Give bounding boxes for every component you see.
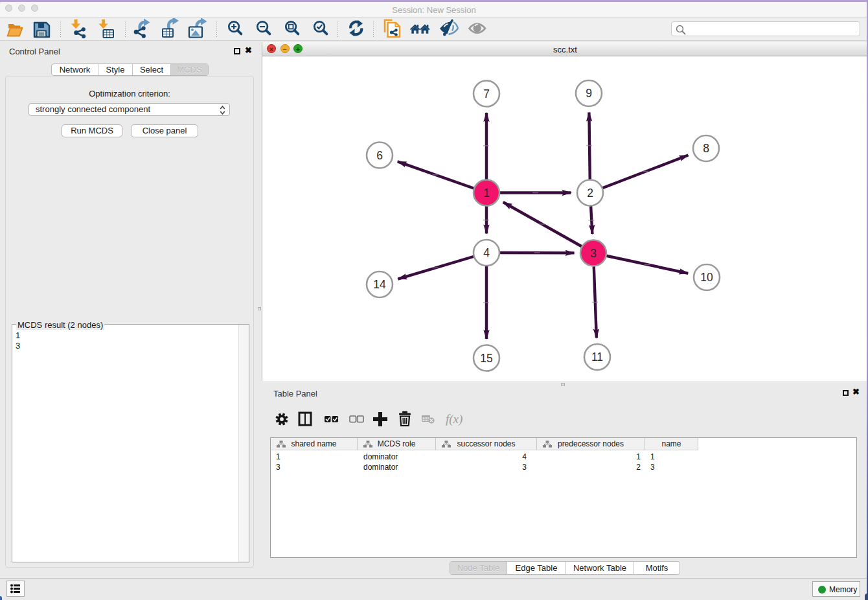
svg-text:14: 14: [373, 278, 386, 291]
svg-text:8: 8: [703, 142, 709, 155]
svg-text:1: 1: [483, 187, 490, 200]
svg-text:6: 6: [376, 149, 383, 162]
svg-text:3: 3: [590, 247, 597, 260]
svg-text:2: 2: [587, 187, 593, 200]
svg-text:f(x): f(x): [446, 412, 463, 426]
svg-text:10: 10: [700, 271, 713, 284]
svg-text:4: 4: [483, 246, 490, 259]
svg-text:7: 7: [483, 87, 490, 100]
svg-text:9: 9: [586, 87, 592, 100]
svg-text:11: 11: [591, 351, 603, 363]
svg-text:15: 15: [480, 352, 492, 365]
